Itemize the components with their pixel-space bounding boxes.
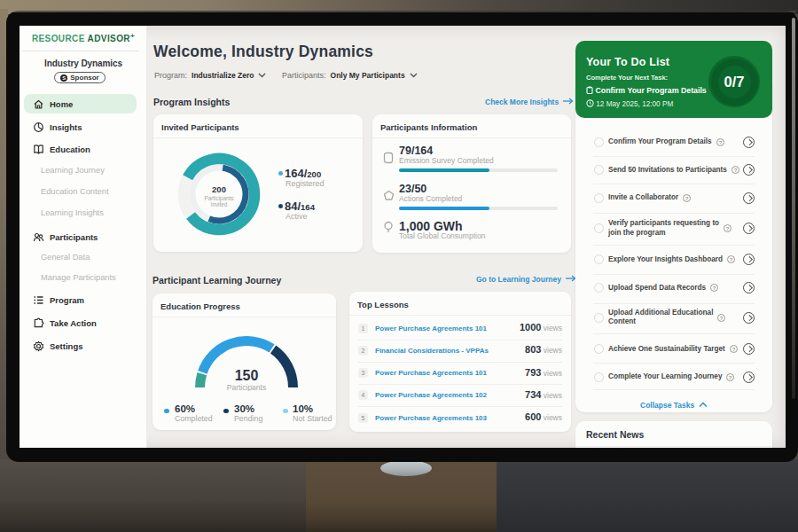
svg-text:150: 150 [235,368,259,383]
svg-text:Invited: Invited [211,201,228,207]
svg-text:200: 200 [212,184,226,194]
svg-text:Participants: Participants [227,383,266,391]
